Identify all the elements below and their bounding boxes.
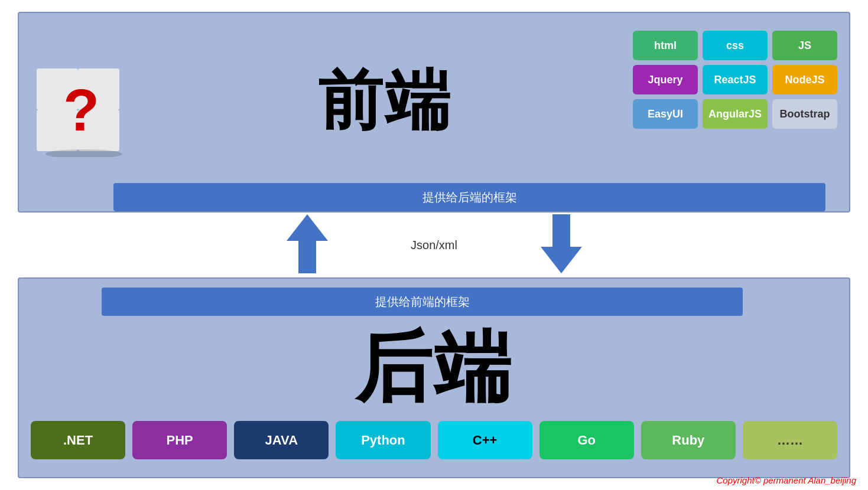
frontend-title: 前端 [137,57,633,145]
svg-point-5 [50,103,64,117]
badge-java: JAVA [234,421,329,459]
badge-easyui: EasyUI [633,99,698,129]
svg-text:?: ? [63,77,99,143]
badge-angularjs: AngularJS [703,99,768,129]
frontend-framework-bar: 提供给后端的框架 [113,183,825,211]
badge-jquery: Jquery [633,65,698,94]
backend-badges: .NET PHP JAVA Python C++ Go Ruby …… [31,421,837,465]
badge-more: …… [743,421,837,459]
backend-framework-bar: 提供给前端的框架 [102,288,743,316]
badge-ruby: Ruby [641,421,736,459]
badge-css: css [703,31,768,60]
badge-nodejs: NodeJS [772,65,837,94]
badge-go: Go [539,421,634,459]
arrow-down [541,214,582,276]
frontend-top: ? 前端 html css JS Jquery ReactJS NodeJS E… [31,25,837,177]
json-xml-label: Json/xml [411,239,457,252]
main-container: ? 前端 html css JS Jquery ReactJS NodeJS E… [0,0,868,490]
badge-html: html [633,31,698,60]
frontend-title-text: 前端 [318,57,453,145]
badge-js: JS [772,31,837,60]
backend-box: 提供给前端的框架 后端 .NET PHP JAVA Python C++ Go … [18,277,850,478]
arrow-up [287,214,328,276]
backend-title: 后端 [31,316,837,421]
badge-dotnet: .NET [31,421,125,459]
backend-title-text: 后端 [355,316,513,420]
copyright: Copyright© permanent Alan_beijing [717,475,856,485]
question-image: ? [31,45,137,157]
badge-cpp: C++ [438,421,532,459]
frontend-badges: html css JS Jquery ReactJS NodeJS EasyUI… [633,31,837,129]
badge-bootstrap: Bootstrap [772,99,837,129]
badge-php: PHP [132,421,227,459]
frontend-box: ? 前端 html css JS Jquery ReactJS NodeJS E… [18,12,850,213]
arrows-area: Json/xml [18,213,850,277]
svg-marker-9 [541,214,582,273]
svg-marker-8 [287,214,328,273]
badge-reactjs: ReactJS [703,65,768,94]
badge-python: Python [336,421,430,459]
